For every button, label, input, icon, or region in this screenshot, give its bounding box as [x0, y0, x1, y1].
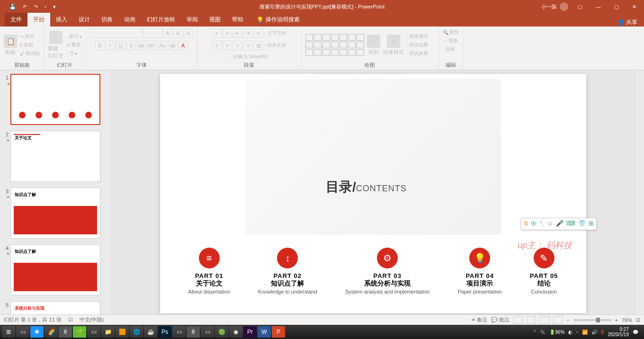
- ribbon-options-icon[interactable]: ▢: [574, 2, 586, 12]
- highlight-button[interactable]: ab: [168, 41, 178, 50]
- taskview-button[interactable]: ▭: [16, 326, 29, 338]
- avatar[interactable]: [560, 2, 568, 11]
- ime-tools-icon[interactable]: ⊞: [589, 220, 594, 228]
- align-text-button[interactable]: ▫ 对齐文本: [264, 41, 286, 50]
- task-app-ps[interactable]: Ps: [158, 326, 171, 338]
- spacing-button[interactable]: AV: [147, 41, 157, 50]
- text-direction-button[interactable]: ↕ 文字方向: [264, 28, 286, 38]
- columns-button[interactable]: ▥: [254, 41, 263, 50]
- indent-dec-button[interactable]: ⇤: [233, 28, 242, 38]
- thumb-1[interactable]: ★: [10, 74, 100, 125]
- ime-skin-icon[interactable]: 👕: [578, 220, 586, 228]
- format-painter-button[interactable]: 🖌 格式刷: [20, 50, 40, 57]
- system-tray[interactable]: ˄ 🔌 🔋96% ◐ ▫ 📶 🔊 S 0:27 2020/1/19 💬: [534, 327, 642, 337]
- font-family-select[interactable]: [90, 28, 142, 38]
- task-app-2[interactable]: 🌈: [45, 326, 58, 338]
- tab-view[interactable]: 视图: [204, 13, 226, 27]
- increase-font-button[interactable]: A: [163, 28, 172, 38]
- slide-canvas[interactable]: 目录/CONTENTS ≡PART 01关于论文About dissertati…: [110, 70, 636, 314]
- ime-lang[interactable]: 中: [531, 220, 537, 228]
- task-app-15[interactable]: ◉: [229, 326, 242, 338]
- task-app-13[interactable]: ▭: [201, 326, 214, 338]
- smartart-button[interactable]: ▫ 转换为 SmartArt: [231, 53, 268, 61]
- cut-button[interactable]: ✂ 剪切: [20, 33, 40, 40]
- arrange-button[interactable]: ▫排列: [367, 35, 380, 56]
- decrease-font-button[interactable]: A: [173, 28, 183, 38]
- share-button[interactable]: 👤 共享: [617, 18, 637, 27]
- user-label[interactable]: 小一陈: [541, 2, 568, 11]
- close-icon[interactable]: ✕: [628, 2, 640, 12]
- task-app-1[interactable]: ✱: [30, 326, 44, 338]
- zoom-in-button[interactable]: +: [615, 317, 618, 323]
- align-right-button[interactable]: ≡: [233, 41, 242, 50]
- select-button[interactable]: ▫ 选择: [443, 45, 455, 53]
- redo-icon[interactable]: ↷: [34, 4, 38, 10]
- zoom-out-button[interactable]: −: [566, 317, 569, 323]
- notes-button[interactable]: ≐ 备注: [471, 316, 487, 323]
- slide-thumbnails[interactable]: 1 ★ 2 ★ 关于论文 3 ★ 知识点了解 4 ★ 知识点了解 5 系统分析与…: [0, 70, 110, 314]
- clear-format-button[interactable]: A: [184, 28, 193, 38]
- strike-button[interactable]: S: [126, 41, 136, 50]
- tab-review[interactable]: 审阅: [181, 13, 204, 27]
- task-app-word[interactable]: W: [258, 326, 271, 338]
- tab-animations[interactable]: 动画: [118, 13, 141, 27]
- new-slide-button[interactable]: ▫新建 幻灯片: [48, 31, 63, 59]
- reading-view-button[interactable]: [540, 316, 549, 324]
- battery-icon[interactable]: 🔋96%: [549, 330, 564, 335]
- normal-view-button[interactable]: [513, 316, 523, 324]
- tell-me[interactable]: 💡操作说明搜索: [251, 13, 305, 27]
- tab-home[interactable]: 开始: [27, 13, 50, 27]
- task-app-11[interactable]: ▭: [172, 326, 186, 338]
- tab-help[interactable]: 帮助: [226, 13, 249, 27]
- case-button[interactable]: Aa: [158, 41, 167, 50]
- underline-button[interactable]: U: [116, 41, 125, 50]
- italic-button[interactable]: I: [106, 41, 115, 50]
- shapes-gallery[interactable]: [305, 34, 364, 56]
- task-app-3[interactable]: 8: [59, 326, 72, 338]
- spell-check-icon[interactable]: ☑: [68, 317, 73, 323]
- power-icon[interactable]: 🔌: [540, 330, 546, 335]
- tray-icon-1[interactable]: ◐: [568, 330, 572, 335]
- slide-counter[interactable]: 幻灯片 第 1 张，共 11 张: [4, 316, 62, 323]
- tab-file[interactable]: 文件: [5, 13, 27, 27]
- reset-button[interactable]: ↺ 重置: [66, 41, 82, 49]
- save-icon[interactable]: 💾: [9, 4, 16, 10]
- task-app-8[interactable]: 🌐: [130, 326, 143, 338]
- volume-icon[interactable]: 🔊: [591, 330, 597, 335]
- bullets-button[interactable]: ≡: [212, 28, 222, 38]
- undo-icon[interactable]: ↶: [23, 4, 27, 10]
- ime-toolbar[interactable]: S 中 °, ☺ 🎤 ⌨ 👕 ⊞: [521, 218, 597, 230]
- start-button[interactable]: ⊞: [2, 326, 15, 338]
- ime-emoji-icon[interactable]: ☺: [547, 220, 553, 228]
- slideshow-icon[interactable]: ▫: [45, 4, 46, 9]
- maximize-icon[interactable]: ▢: [610, 2, 623, 12]
- task-app-pr[interactable]: Pr: [243, 326, 257, 338]
- zoom-level[interactable]: 76%: [622, 317, 632, 323]
- font-color-button[interactable]: A: [179, 41, 188, 50]
- thumb-2[interactable]: ★ 关于论文: [10, 131, 100, 182]
- fit-button[interactable]: ⊡: [636, 317, 640, 323]
- thumb-3[interactable]: ★ 知识点了解: [10, 187, 100, 239]
- section-button[interactable]: ▫ 节 ▾: [66, 50, 82, 57]
- align-center-button[interactable]: ≡: [223, 41, 232, 50]
- bold-button[interactable]: B: [95, 41, 105, 50]
- language-status[interactable]: 中文(中国): [80, 316, 104, 323]
- notifications-icon[interactable]: 💬: [633, 330, 638, 335]
- tab-transitions[interactable]: 切换: [96, 13, 118, 27]
- task-app-12[interactable]: 8: [187, 326, 200, 338]
- tab-slideshow[interactable]: 幻灯片放映: [141, 13, 181, 27]
- layout-button[interactable]: ▫ 版式 ▾: [66, 33, 82, 40]
- task-app-ppt[interactable]: P: [272, 326, 285, 338]
- copy-button[interactable]: ⎘ 复制: [20, 41, 40, 49]
- ime-keyboard-icon[interactable]: ⌨: [566, 220, 575, 228]
- ime-punct-icon[interactable]: °,: [540, 220, 544, 228]
- shape-effects-button[interactable]: ▫ 形状效果: [407, 50, 429, 57]
- wifi-icon[interactable]: 📶: [582, 330, 588, 335]
- task-app-4[interactable]: 🌱: [73, 326, 86, 338]
- tab-insert[interactable]: 插入: [50, 13, 73, 27]
- shape-outline-button[interactable]: ▫ 形状轮廓: [407, 41, 429, 49]
- task-app-6[interactable]: 📁: [101, 326, 115, 338]
- qat-more-icon[interactable]: ▾: [53, 4, 56, 10]
- justify-button[interactable]: ≡: [243, 41, 253, 50]
- numbering-button[interactable]: ≡: [223, 28, 232, 38]
